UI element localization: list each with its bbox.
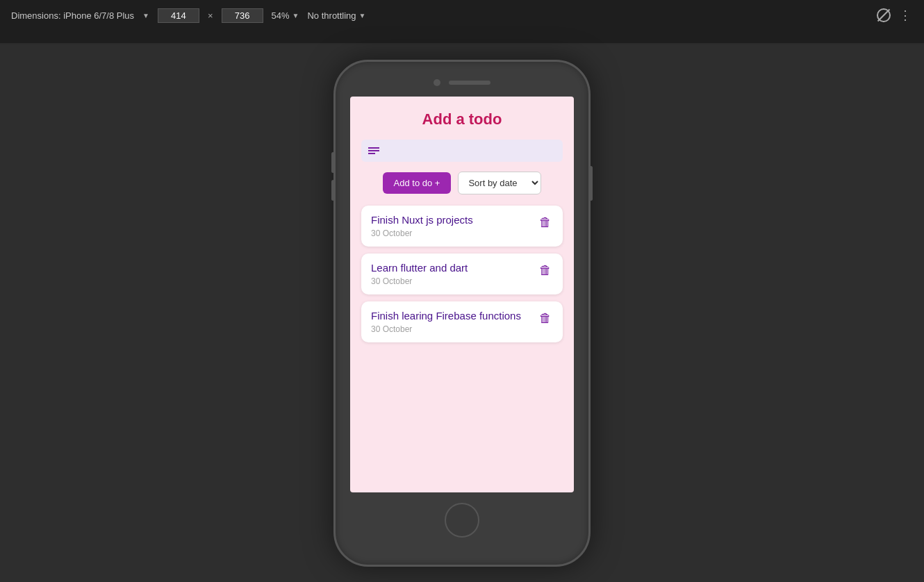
line-icon-2 [368,150,379,151]
todo-info-3: Finish learing Firebase functions 30 Oct… [371,310,538,334]
phone-frame: Add a todo Add to do + Sort by date [333,60,591,567]
top-bar: Dimensions: iPhone 6/7/8 Plus ▼ × 54% ▼ … [0,0,924,31]
input-icon [368,147,379,154]
delete-todo-3[interactable]: 🗑 [538,310,553,327]
todo-date-2: 30 October [371,276,538,286]
throttle-dropdown-icon: ▼ [359,12,366,19]
no-throttle-icon[interactable] [877,8,891,22]
todo-info-2: Learn flutter and dart 30 October [371,262,538,286]
zoom-control[interactable]: 54% ▼ [272,10,299,21]
todo-item-2: Learn flutter and dart 30 October 🗑 [361,253,563,294]
width-input[interactable] [158,8,199,23]
volume-down-button [331,180,335,201]
app-title: Add a todo [361,110,563,128]
todo-info-1: Finish Nuxt js projects 30 October [371,214,538,238]
trash-icon-1: 🗑 [539,215,552,230]
dimensions-dropdown-icon[interactable]: ▼ [142,12,149,19]
dimension-x-separator: × [208,10,213,21]
line-icon-1 [368,147,379,149]
todo-title-2: Learn flutter and dart [371,262,538,274]
throttle-value: No throttling [307,10,356,21]
ruler-bar [0,31,924,43]
trash-icon-2: 🗑 [539,263,552,278]
phone-screen: Add a todo Add to do + Sort by date [350,97,574,492]
todo-list: Finish Nuxt js projects 30 October 🗑 Lea… [361,206,563,342]
line-icon-3 [368,153,375,154]
top-bar-right: ⋮ [877,8,913,23]
trash-icon-3: 🗑 [539,311,552,326]
todo-title-1: Finish Nuxt js projects [371,214,538,226]
add-todo-button[interactable]: Add to do + [383,172,452,194]
dimensions-label: Dimensions: iPhone 6/7/8 Plus [11,10,134,21]
todo-date-1: 30 October [371,228,538,238]
todo-input[interactable] [385,145,556,156]
todo-date-3: 30 October [371,324,538,334]
app-content: Add a todo Add to do + Sort by date [350,97,574,492]
phone-top-area [336,62,588,97]
height-input[interactable] [222,8,263,23]
todo-item-1: Finish Nuxt js projects 30 October 🗑 [361,206,563,247]
power-button [589,166,593,201]
main-area: Add a todo Add to do + Sort by date [0,44,924,582]
phone-bottom [336,492,588,548]
zoom-dropdown-icon: ▼ [292,12,299,19]
speaker [449,81,490,85]
delete-todo-2[interactable]: 🗑 [538,262,553,279]
front-camera [434,79,440,86]
delete-todo-1[interactable]: 🗑 [538,214,553,231]
zoom-value: 54% [272,10,290,21]
home-button[interactable] [445,503,479,538]
input-area [361,140,563,162]
controls-row: Add to do + Sort by date Sort by name [361,172,563,194]
todo-title-3: Finish learing Firebase functions [371,310,538,322]
volume-up-button [331,152,335,173]
throttle-control[interactable]: No throttling ▼ [307,10,365,21]
sort-select[interactable]: Sort by date Sort by name [458,172,541,194]
more-options-icon[interactable]: ⋮ [899,8,913,23]
todo-item-3: Finish learing Firebase functions 30 Oct… [361,301,563,342]
